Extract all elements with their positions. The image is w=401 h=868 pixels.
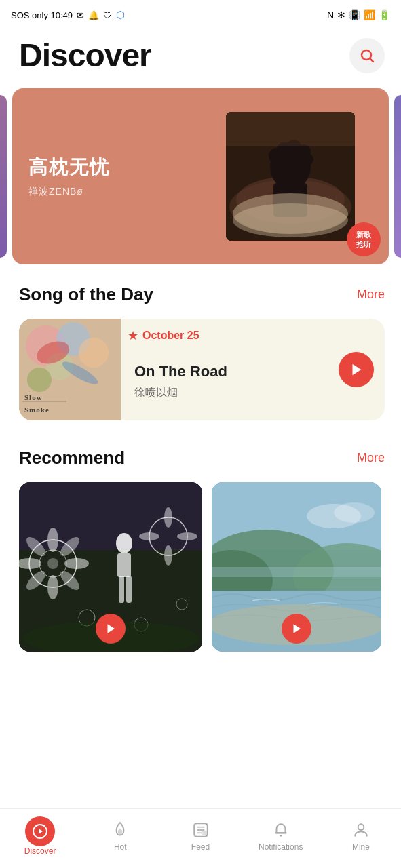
svg-point-10 (301, 153, 313, 165)
svg-point-46 (116, 533, 132, 553)
badge-line1: 新歌 (356, 230, 371, 239)
battery-icon: 🔋 (379, 9, 390, 20)
svg-rect-14 (226, 112, 355, 146)
discover-icon (32, 823, 48, 840)
sotd-more[interactable]: More (357, 288, 385, 302)
nav-label-feed: Feed (191, 842, 210, 852)
mine-icon (351, 821, 370, 840)
nav-item-hot[interactable]: Hot (80, 809, 160, 868)
banner-next-peek (394, 95, 401, 258)
sotd-album-art: Slow Smoke (19, 319, 121, 420)
star-icon: ★ (128, 328, 138, 343)
svg-rect-62 (212, 567, 381, 577)
nav-label-notifications: Notifications (259, 842, 303, 852)
status-text: SOS only 10:49 (11, 10, 73, 20)
album-photo (226, 112, 355, 241)
slow-smoke-svg: Slow Smoke (19, 319, 121, 420)
recommend-more[interactable]: More (357, 451, 385, 465)
status-bar: SOS only 10:49 ✉ 🔔 🛡 ⬡ N ✻ 📳 📶 🔋 (0, 0, 401, 30)
svg-rect-76 (202, 831, 207, 835)
svg-point-64 (334, 502, 375, 523)
sotd-card[interactable]: Slow Smoke ★ October 25 On The Road 徐喷以烟 (19, 319, 385, 420)
banner-title: 高枕无忧 (28, 155, 110, 180)
play-icon (349, 362, 364, 377)
shield-icon: 🛡 (103, 10, 112, 20)
svg-marker-26 (353, 364, 362, 376)
sotd-song-title: On The Road (134, 363, 328, 380)
svg-marker-54 (108, 624, 115, 633)
status-right: N ✻ 📳 📶 🔋 (327, 9, 390, 20)
svg-rect-47 (117, 553, 131, 577)
bell-icon: 🔔 (88, 10, 99, 20)
banner-main-card[interactable]: 高枕无忧 禅波ZENBø (12, 88, 389, 264)
svg-point-34 (47, 575, 58, 599)
svg-point-78 (358, 824, 364, 830)
sotd-title: Song of the Day (19, 284, 153, 305)
nav-label-mine: Mine (352, 842, 370, 852)
nav-item-discover[interactable]: Discover (0, 809, 80, 868)
rec-play-button-2[interactable] (282, 614, 311, 644)
svg-marker-71 (39, 829, 43, 834)
banner-container: 高枕无忧 禅波ZENBø (0, 88, 401, 264)
svg-text:Slow: Slow (24, 393, 43, 401)
sotd-date: October 25 (142, 330, 199, 342)
new-song-badge: 新歌 抢听 (347, 222, 381, 256)
svg-point-42 (164, 507, 172, 528)
sotd-date-row: ★ October 25 (128, 328, 199, 343)
rec-play-button-1[interactable] (96, 614, 126, 644)
svg-point-44 (139, 532, 159, 540)
recommend-card-1[interactable] (19, 482, 202, 652)
recommend-section: Recommend More (0, 431, 401, 663)
hot-icon (111, 821, 130, 840)
svg-point-36 (64, 558, 89, 569)
search-icon (359, 47, 375, 64)
nfc-icon: N (327, 9, 334, 20)
nav-label-discover: Discover (24, 846, 56, 856)
svg-rect-48 (119, 576, 124, 603)
banner-prev-peek (0, 95, 7, 258)
slow-smoke-art: Slow Smoke (19, 319, 121, 420)
feed-icon (191, 821, 210, 840)
play-icon-1 (104, 623, 117, 635)
svg-point-45 (177, 532, 197, 540)
header: Discover (0, 30, 401, 85)
play-icon-2 (290, 623, 303, 635)
album-art-svg (226, 112, 355, 241)
recommend-card-2[interactable] (212, 482, 381, 652)
recommend-title: Recommend (19, 448, 125, 469)
wifi-icon: 📶 (364, 9, 375, 20)
badge-line2: 抢听 (356, 239, 371, 249)
search-button[interactable] (349, 38, 385, 73)
status-left: SOS only 10:49 ✉ 🔔 🛡 ⬡ (11, 9, 125, 21)
vibrate-icon: 📳 (349, 9, 360, 20)
discover-icon-bg (25, 816, 55, 846)
app-icon: ⬡ (116, 9, 125, 21)
bluetooth-icon: ✻ (337, 9, 345, 20)
svg-point-43 (164, 545, 172, 566)
nav-item-mine[interactable]: Mine (321, 809, 401, 868)
svg-point-33 (47, 528, 58, 552)
sotd-artist: 徐喷以烟 (134, 386, 328, 400)
svg-point-32 (47, 558, 58, 569)
svg-marker-65 (294, 624, 301, 633)
sotd-header: Song of the Day More (19, 284, 385, 305)
nav-item-feed[interactable]: Feed (160, 809, 240, 868)
sotd-section: Song of the Day More (0, 268, 401, 431)
nav-label-hot: Hot (114, 842, 127, 852)
banner-text: 高枕无忧 禅波ZENBø (12, 141, 126, 212)
svg-line-1 (370, 58, 373, 61)
notifications-icon (271, 821, 290, 840)
recommend-grid (19, 482, 385, 652)
svg-rect-49 (126, 576, 132, 603)
bottom-nav: Discover Hot Feed (0, 808, 401, 868)
nav-item-notifications[interactable]: Notifications (241, 809, 321, 868)
svg-point-13 (233, 203, 348, 237)
svg-point-19 (79, 338, 109, 368)
sotd-play-button[interactable] (339, 352, 374, 387)
banner-album-cover (226, 112, 355, 241)
banner-subtitle: 禅波ZENBø (28, 186, 110, 198)
svg-rect-77 (275, 832, 286, 833)
svg-text:Smoke: Smoke (24, 406, 50, 414)
page-title: Discover (19, 37, 151, 74)
banner-carousel[interactable]: 高枕无忧 禅波ZENBø (0, 85, 401, 268)
